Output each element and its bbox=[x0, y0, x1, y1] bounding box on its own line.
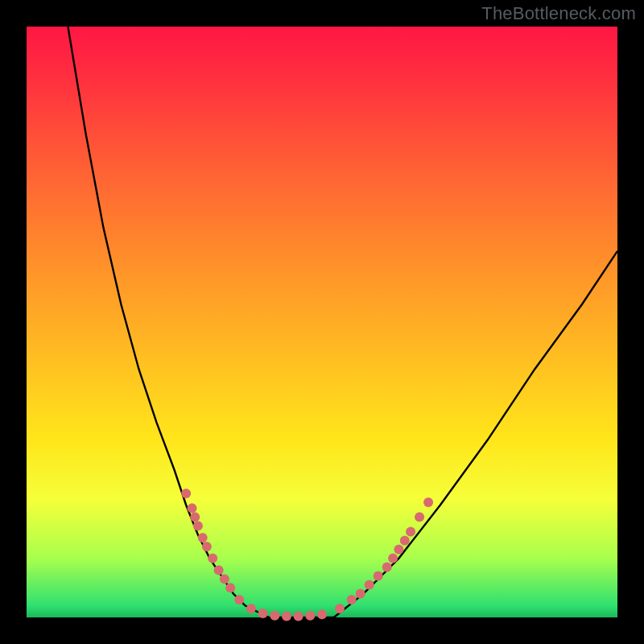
marker-dot bbox=[198, 533, 208, 543]
marker-dot bbox=[188, 503, 197, 513]
marker-dot bbox=[335, 604, 345, 613]
marker-dot bbox=[294, 612, 303, 621]
marker-dot bbox=[388, 554, 398, 564]
marker-dot bbox=[382, 563, 392, 572]
marker-dot bbox=[208, 554, 217, 564]
marker-dot bbox=[365, 580, 374, 590]
marker-dot bbox=[193, 521, 203, 530]
plot-area bbox=[27, 27, 617, 617]
bottleneck-curve bbox=[68, 27, 617, 617]
marker-dot bbox=[220, 574, 229, 584]
marker-dot bbox=[305, 611, 315, 621]
marker-dot bbox=[423, 497, 433, 507]
chart-frame: TheBottleneck.com bbox=[0, 0, 644, 644]
marker-dot bbox=[270, 611, 279, 621]
marker-dot bbox=[317, 609, 327, 619]
marker-dot bbox=[356, 589, 365, 599]
marker-dot bbox=[347, 595, 357, 605]
curve-layer bbox=[27, 27, 617, 617]
marker-dot bbox=[181, 489, 191, 498]
marker-dot bbox=[406, 527, 415, 537]
marker-dot bbox=[234, 595, 244, 605]
marker-dot bbox=[258, 609, 268, 618]
marker-dot bbox=[246, 604, 256, 613]
marker-dot bbox=[415, 512, 424, 522]
marker-dots bbox=[181, 489, 433, 621]
marker-dot bbox=[282, 612, 291, 621]
marker-dot bbox=[214, 565, 224, 575]
marker-dot bbox=[225, 583, 235, 592]
watermark-text: TheBottleneck.com bbox=[481, 3, 636, 24]
marker-dot bbox=[394, 545, 403, 555]
marker-dot bbox=[400, 536, 410, 546]
marker-dot bbox=[190, 512, 200, 522]
marker-dot bbox=[202, 542, 212, 551]
marker-dot bbox=[374, 572, 383, 581]
